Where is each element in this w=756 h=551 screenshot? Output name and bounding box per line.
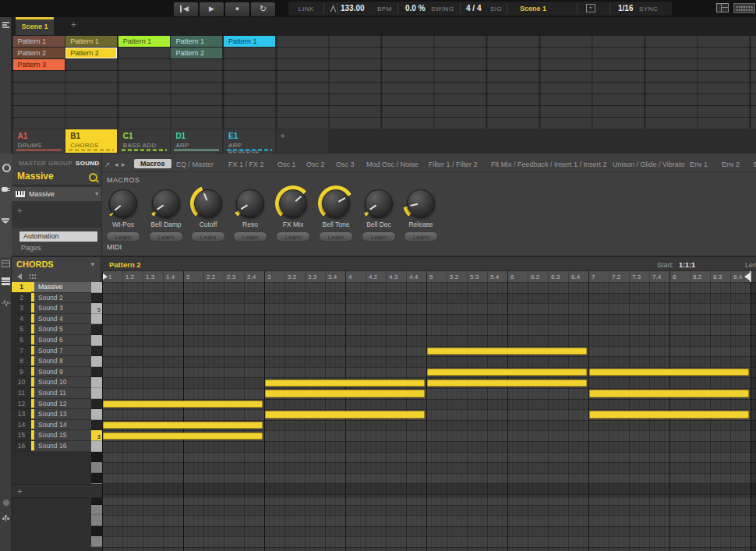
piano-key-white[interactable] [91,409,102,420]
mixer-window-icon[interactable] [716,3,729,12]
piano-key-black[interactable] [91,324,102,335]
knob-release[interactable] [407,189,435,217]
sound-number[interactable]: 12 [12,399,31,410]
plugin-tab[interactable]: Env 1 [690,161,708,168]
plugin-tab[interactable]: Osc 2 [306,161,325,168]
plugin-tab[interactable]: Filter 1 / Filter 2 [429,161,478,168]
sound-number[interactable]: 15 [12,430,31,441]
sound-number[interactable]: 16 [12,441,31,452]
record-button[interactable]: ● [224,2,250,17]
channel-tab-sound[interactable]: SOUND [76,160,99,167]
plugin-tab[interactable]: Env 2 [722,161,740,168]
swing-value[interactable]: 0.0 % [405,4,426,12]
plugin-slot[interactable]: Massive ▾ [12,187,101,201]
note[interactable] [103,422,263,429]
sound-number[interactable]: 5 [12,324,31,335]
plugin-tab[interactable]: Flt Mix / Feedback / Insert 1 / Insert 2 [491,161,607,168]
plugin-tab[interactable]: Mod Osc / Noise [366,161,419,168]
note[interactable] [427,369,587,376]
pattern-grid[interactable]: Pattern 1Pattern 2Pattern 3Pattern 1Patt… [12,35,756,129]
piano-key-black[interactable]: 4 [91,367,102,378]
channel-icon[interactable] [2,164,11,172]
plugin-tab[interactable]: EQ / Master [176,161,214,168]
timeline-ruler[interactable]: 11.21.31.422.22.32.433.23.33.444.24.34.4… [102,271,756,282]
piano-key-white[interactable] [91,377,102,388]
add-sound-button[interactable]: + [17,486,22,496]
sound-number[interactable]: 4 [12,314,31,325]
piano-key-white[interactable]: 5 [91,303,102,314]
group-tile-a1[interactable]: A1DRUMS [13,129,65,153]
pattern-cell[interactable]: Pattern 1 [171,36,222,47]
learn-button[interactable]: Learn [276,231,310,242]
plugin-title[interactable]: Massive [17,171,54,182]
plugin-tab[interactable]: FX 1 / FX 2 [228,161,264,168]
pattern-cell[interactable]: Pattern 1 [65,36,117,47]
note[interactable] [427,380,587,387]
pattern-cell[interactable]: Pattern 3 [13,59,65,70]
learn-button[interactable]: Learn [106,231,140,242]
pages-tab[interactable]: Pages [21,244,41,252]
sound-number[interactable]: 2 [12,293,31,304]
piano-key-white[interactable] [91,335,102,346]
group-add-tile[interactable]: + [277,129,328,153]
sound-row[interactable]: Sound 3 [31,303,91,314]
group-tile-e1[interactable]: E1ARP REVERSE [224,129,275,153]
sound-number[interactable]: 11 [12,388,31,399]
piano-key-white[interactable] [91,515,102,526]
sound-row[interactable]: Sound 7 [31,346,91,357]
sig-value[interactable]: 4 / 4 [466,4,481,12]
sound-row[interactable]: Sound 5 [31,324,91,335]
sound-number[interactable]: 14 [12,420,31,431]
piano-key-black[interactable] [91,346,102,357]
piano-key-white[interactable] [91,356,102,367]
learn-button[interactable]: Learn [319,231,353,242]
knob-fx-mix[interactable] [279,189,307,217]
piano-key-black[interactable] [91,526,102,537]
piano-key-white[interactable] [91,314,102,325]
piano-key-white[interactable] [91,536,102,547]
macro-control-icon[interactable] [2,499,10,507]
pattern-cell[interactable]: Pattern 2 [171,48,222,58]
channel-tab-group[interactable]: GROUP [48,160,72,167]
piano-key-white[interactable] [91,462,102,473]
pattern-cell[interactable]: Pattern 1 [224,36,275,47]
sound-number[interactable]: 13 [12,409,31,420]
note[interactable] [103,401,263,408]
learn-button[interactable]: Learn [404,231,438,242]
plugin-tab[interactable]: Unison / Glide / Vibrato [613,161,684,168]
collapse-icon[interactable] [2,218,10,226]
pattern-cell[interactable]: Pattern 2 [13,48,65,58]
automation-tab[interactable]: Automation [19,231,97,242]
plugin-tab[interactable]: Osc 3 [336,161,355,168]
sound-number[interactable]: 3 [12,303,31,314]
sound-number[interactable]: 6 [12,335,31,346]
pattern-cell[interactable]: Pattern 2 [65,48,117,58]
note[interactable] [265,390,425,397]
step-grid-icon[interactable] [29,274,37,280]
follow-grid-icon[interactable]: + [586,4,595,12]
prev-plugin-icon[interactable]: ◂ [115,161,118,168]
pattern-cell[interactable]: Pattern 1 [118,36,170,47]
arranger-icon[interactable] [2,22,9,28]
learn-button[interactable]: Learn [191,231,225,242]
pattern-name[interactable]: Pattern 2 [109,260,141,269]
add-plugin-button[interactable]: + [17,206,22,215]
group-tile-c1[interactable]: C1BASS ADD [118,129,170,153]
channel-tab-master[interactable]: MASTER [19,160,46,167]
sampler-icon[interactable] [2,296,11,304]
sound-number[interactable]: 10 [12,377,31,388]
keyboard-view-icon[interactable] [2,277,10,285]
sound-number[interactable]: 8 [12,356,31,367]
sound-row[interactable]: Sound 2 [31,293,91,304]
sound-row[interactable]: Sound 11 [31,388,91,399]
playhead-marker[interactable] [103,274,108,280]
mod-icon[interactable] [2,514,9,521]
controller-icon[interactable] [733,3,755,13]
plugin-icon[interactable] [2,185,10,192]
piano-key-white[interactable] [91,505,102,516]
sound-row[interactable]: Sound 4 [31,314,91,325]
note[interactable] [265,380,425,387]
sound-row[interactable]: Sound 16 [31,441,91,452]
scene-field[interactable]: Scene 1 [520,5,546,12]
piano-key-black[interactable] [91,420,102,431]
